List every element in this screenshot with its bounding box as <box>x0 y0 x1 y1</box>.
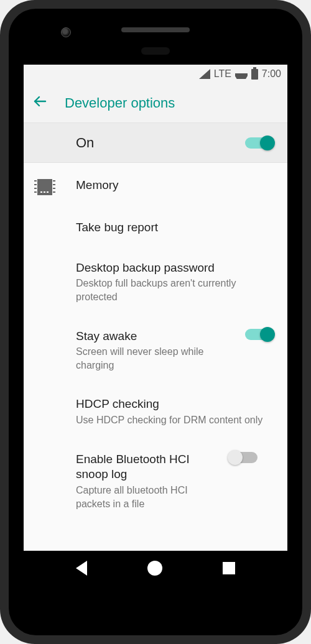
memory-chip-icon <box>37 179 52 195</box>
item-memory[interactable]: Memory <box>24 165 287 208</box>
item-subtitle: Desktop full backups aren't currently pr… <box>76 277 274 303</box>
settings-list: Memory Take bug report Desktop backup pa… <box>24 163 287 523</box>
item-subtitle: Use HDCP checking for DRM content only <box>76 413 274 427</box>
page-title: Developer options <box>65 95 175 111</box>
item-title: Take bug report <box>76 220 274 236</box>
master-toggle-row[interactable]: On <box>24 123 287 163</box>
clock: 7:00 <box>262 68 281 80</box>
front-camera <box>61 27 71 37</box>
nav-back-icon[interactable] <box>76 561 87 576</box>
item-desktop-backup-password[interactable]: Desktop backup password Desktop full bac… <box>24 248 287 316</box>
item-take-bug-report[interactable]: Take bug report <box>24 208 287 248</box>
nav-home-icon[interactable] <box>147 561 162 576</box>
phone-bezel: LTE 7:00 Developer options On <box>9 9 302 635</box>
master-toggle-switch[interactable] <box>245 137 274 149</box>
status-bar: LTE 7:00 <box>24 65 287 83</box>
wifi-icon <box>235 69 248 79</box>
item-title: HDCP checking <box>76 397 274 412</box>
item-subtitle: Screen will never sleep while charging <box>76 345 235 372</box>
item-subtitle: Capture all bluetooth HCI packets in a f… <box>76 484 219 510</box>
network-label: LTE <box>214 68 231 80</box>
stay-awake-switch[interactable] <box>245 329 274 340</box>
proximity-sensor <box>141 47 170 55</box>
cell-signal-icon <box>199 69 210 79</box>
item-hdcp-checking[interactable]: HDCP checking Use HDCP checking for DRM … <box>24 384 287 439</box>
phone-frame: LTE 7:00 Developer options On <box>0 0 311 644</box>
system-nav-bar <box>24 551 287 586</box>
item-title: Stay awake <box>76 329 235 344</box>
battery-icon <box>251 69 258 80</box>
back-arrow-icon[interactable] <box>32 94 47 113</box>
screen: LTE 7:00 Developer options On <box>24 65 287 586</box>
app-bar: Developer options <box>24 83 287 123</box>
item-title: Enable Bluetooth HCI snoop log <box>76 452 219 482</box>
item-stay-awake[interactable]: Stay awake Screen will never sleep while… <box>24 316 287 385</box>
item-title: Memory <box>76 178 274 193</box>
master-toggle-label: On <box>76 135 245 151</box>
nav-recent-icon[interactable] <box>223 562 235 574</box>
item-bluetooth-hci-snoop[interactable]: Enable Bluetooth HCI snoop log Capture a… <box>24 439 287 523</box>
bluetooth-snoop-switch[interactable] <box>229 452 258 463</box>
item-title: Desktop backup password <box>76 260 274 276</box>
earpiece-speaker <box>121 27 190 32</box>
